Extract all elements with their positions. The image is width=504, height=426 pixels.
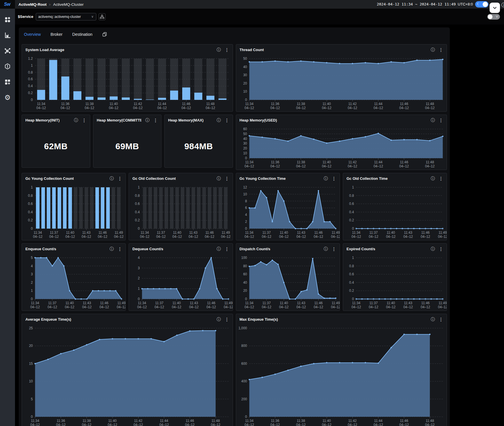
svg-text:11:40: 11:40 [65,301,74,305]
panel-dequeue-count: Dequeue Count/sⓘ⋮0123411:3404–1211:3704–… [129,243,233,311]
panel-header: Heap Memory(COMMITTED)ⓘ⋮ [93,115,161,125]
svg-text:1: 1 [138,185,140,189]
info-icon[interactable]: ⓘ [74,118,78,122]
view-toggle[interactable]: V [487,14,500,20]
kebab-menu-icon[interactable]: ⋮ [439,176,443,181]
panel-title: Gc Young Collection Time [240,176,320,181]
panel-enqueue-count: Enqueue Count/sⓘ⋮01234511:3404–1211:3704… [22,243,126,311]
svg-text:60: 60 [243,272,247,276]
kebab-menu-icon[interactable]: ⋮ [439,48,443,52]
svg-text:11:48: 11:48 [426,102,434,106]
svg-text:11:34: 11:34 [245,160,253,164]
info-icon[interactable]: ⓘ [217,247,221,251]
panel-title: Enqueue Count/s [25,247,106,251]
svg-text:0: 0 [31,227,33,231]
info-icon[interactable]: ⓘ [324,247,328,251]
info-icon[interactable]: ⓘ [145,118,149,122]
info-icon[interactable]: ⓘ [217,317,221,321]
tab-overview[interactable]: Overview [24,32,41,37]
svg-text:0.4: 0.4 [349,210,354,214]
service-select[interactable]: activemq::activemq-cluster ∨ [36,13,96,20]
info-icon[interactable]: ⓘ [431,48,435,52]
sidebar: ⚙ [0,9,15,426]
svg-text:2: 2 [31,281,33,285]
svg-text:20: 20 [243,81,247,85]
info-icon[interactable]: ⓘ [110,176,114,180]
info-icon[interactable]: ⓘ [217,118,221,122]
svg-text:11:49: 11:49 [331,231,339,235]
topology-icon[interactable] [4,47,11,54]
info-icon[interactable]: ⓘ [431,176,435,180]
svg-text:04–12: 04–12 [245,106,254,110]
svg-text:11:38: 11:38 [297,102,305,106]
svg-text:0: 0 [245,415,247,419]
panel-header: System Load Averageⓘ⋮ [22,44,233,55]
svg-text:400: 400 [241,379,247,383]
kebab-menu-icon[interactable]: ⋮ [332,176,336,181]
svg-text:04–12: 04–12 [224,305,232,309]
metrics-chart-icon[interactable] [4,32,11,39]
panel-gc-old-collection-time: Gc Old Collection Timeⓘ⋮00.20.40.60.8111… [343,173,447,240]
svg-text:11:48: 11:48 [426,419,434,423]
panel-title: Heap Memory(COMMITTED) [97,118,142,122]
svg-text:11:48: 11:48 [211,419,220,423]
kebab-menu-icon[interactable]: ⋮ [225,247,229,251]
svg-text:11:42: 11:42 [348,102,357,106]
info-icon[interactable]: ⓘ [217,48,221,52]
kebab-menu-icon[interactable]: ⋮ [225,317,229,322]
panel-thread-count: Thread Countⓘ⋮0102030405011:3404–1211:36… [236,44,447,112]
chart-canvas: 00.20.40.60.8111:3404–1211:3704–1211:400… [343,254,447,309]
info-icon[interactable]: ⓘ [431,118,435,122]
svg-text:04–12: 04–12 [49,235,59,239]
gear-glyph: ⚙ [4,94,11,101]
kebab-menu-icon[interactable]: ⋮ [82,118,86,122]
kebab-menu-icon[interactable]: ⋮ [439,317,443,322]
dashboards-icon[interactable] [4,16,11,23]
svg-text:15: 15 [29,362,33,366]
tab-destination[interactable]: Destination [72,32,93,37]
svg-text:04–12: 04–12 [98,235,107,239]
svg-text:40: 40 [243,65,247,69]
kebab-menu-icon[interactable]: ⋮ [439,247,443,251]
svg-text:04–12: 04–12 [399,423,409,426]
panel-title: Dispatch Count/s [240,247,320,251]
svg-text:10: 10 [243,151,247,155]
svg-text:11:48: 11:48 [426,160,434,164]
info-icon[interactable]: ⓘ [324,176,328,180]
kebab-menu-icon[interactable]: ⋮ [225,176,229,181]
kebab-menu-icon[interactable]: ⋮ [332,247,336,251]
dark-mode-toggle[interactable]: ☾ [475,1,488,8]
info-icon[interactable]: ⓘ [501,2,504,8]
svg-text:0.2: 0.2 [28,91,33,95]
alerting-icon[interactable] [4,63,11,70]
info-icon[interactable]: ⓘ [217,176,221,180]
svg-text:04–12: 04–12 [221,235,231,239]
panel-header: Heap Memory(MAX)ⓘ⋮ [165,115,233,125]
svg-text:11:44: 11:44 [160,419,168,423]
kebab-menu-icon[interactable]: ⋮ [225,118,229,122]
kebab-menu-icon[interactable]: ⋮ [439,118,443,122]
kebab-menu-icon[interactable]: ⋮ [153,118,158,122]
breadcrumb-root[interactable]: ActiveMQ-Root [18,2,47,7]
info-icon[interactable]: ⓘ [431,317,435,321]
svg-text:04–12: 04–12 [245,423,254,426]
kebab-menu-icon[interactable]: ⋮ [118,176,122,181]
time-range[interactable]: 2024-04-12 11:34 ~ 2024-04-12 11:49UTC+8… [377,2,473,6]
service-label: $Service [18,14,33,19]
settings-gear-icon[interactable]: ⚙ [4,94,11,101]
svg-text:11:40: 11:40 [66,231,74,235]
info-icon[interactable]: ⓘ [110,247,114,251]
tab-broker[interactable]: Broker [50,32,62,37]
logo-box[interactable]: Swʾ [0,0,15,9]
info-icon[interactable]: ⓘ [431,247,435,251]
svg-text:11:44: 11:44 [374,160,382,164]
svg-text:11:44: 11:44 [158,102,166,106]
copy-dashboard-icon[interactable] [102,32,107,37]
svg-text:1: 1 [352,185,354,189]
kebab-menu-icon[interactable]: ⋮ [118,247,122,251]
kebab-menu-icon[interactable]: ⋮ [225,48,229,52]
topology-button[interactable] [99,13,106,20]
collapse-header-button[interactable] [490,3,500,13]
stat-body: 62MB [22,125,90,167]
new-dashboard-icon[interactable] [4,79,11,85]
